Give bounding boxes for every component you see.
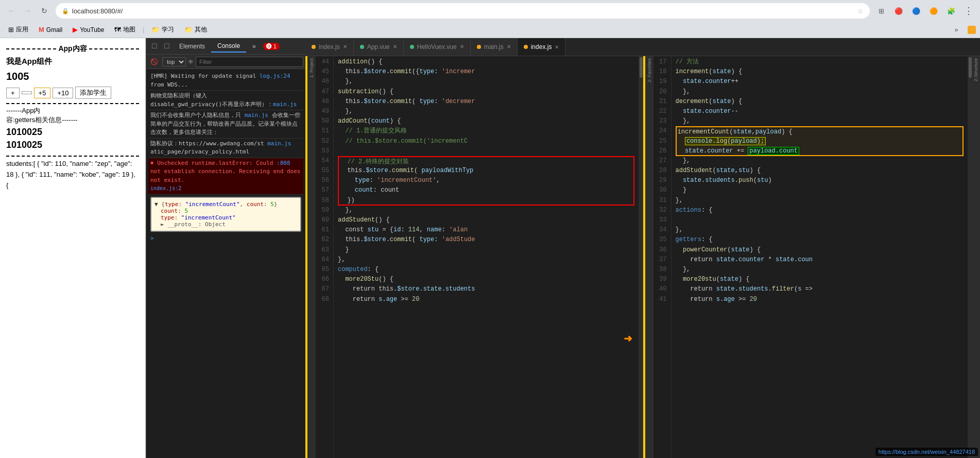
increment-btn[interactable]: + — [6, 88, 20, 98]
extensions-icon[interactable]: ⊞ — [874, 4, 888, 18]
tab-app-vue[interactable]: App.vue ✕ — [354, 38, 404, 56]
decrement-btn[interactable] — [22, 91, 32, 94]
star-icon[interactable]: ☆ — [857, 7, 864, 15]
console-clear-btn[interactable]: 🚫 — [148, 57, 160, 66]
left-code-content: addition() { this.$store.commit({type: '… — [334, 56, 639, 458]
console-msg-hmr: [HMR] Waiting for update signal log.js:2… — [148, 71, 303, 91]
sidebar-left: 1: Project — [307, 56, 316, 458]
other-icon: 📁 — [184, 26, 193, 33]
tab-hello-vuex-label: HelloVuex.vue — [417, 43, 457, 50]
console-msg-privacy1: 购物党隐私说明（键入disable_gwd_privacy()不再显示本声明）：… — [148, 91, 303, 110]
context-select[interactable]: top — [162, 57, 186, 66]
code-panels: 1: Project 4445464748 4950515253 5455565… — [305, 56, 980, 458]
students-text: students:[ { "id": 110, "name": "zep", "… — [6, 159, 139, 191]
bookmark-maps-label: 地图 — [123, 25, 135, 34]
add-student-btn[interactable]: 添加学生 — [75, 87, 111, 99]
tab-console[interactable]: Console — [211, 40, 246, 53]
bookmark-youtube[interactable]: ▶ YouTube — [68, 25, 108, 35]
address-bar[interactable]: 🔒 localhost:8080/#/ ☆ — [56, 3, 870, 19]
tab-close-icon2[interactable]: ✕ — [460, 44, 464, 49]
puzzle-icon[interactable]: 🧩 — [944, 4, 958, 18]
right-code-content: // 方法 increment(state) { state.counter++… — [672, 56, 968, 458]
console-eye-icon[interactable]: 👁 — [188, 59, 194, 65]
devtools-device-icon[interactable]: ☐ — [161, 40, 173, 52]
add5-btn[interactable]: +5 — [34, 88, 51, 98]
left-scrollbar[interactable] — [639, 56, 643, 458]
console-object[interactable]: ▼ {type: "incrementCount", count: 5} cou… — [150, 197, 301, 232]
hmr-file-link[interactable]: log.js:24 — [260, 73, 290, 79]
tab-close-icon[interactable]: ✕ — [343, 44, 347, 49]
console-msg-privacy3: 隐私协议：https://www.gwdang.com/st main.js a… — [148, 139, 303, 158]
bookmark-gmail[interactable]: M Gmail — [35, 25, 66, 35]
lock-icon: 🔒 — [62, 8, 69, 14]
console-log-highlight: console.log(payload); — [685, 137, 766, 145]
project-label[interactable]: 1: Project — [308, 56, 315, 80]
profile-icon[interactable]: 🔴 — [891, 4, 906, 18]
object-summary: ▼ {type: "incrementCount", count: 5} — [154, 201, 297, 208]
favorites-label[interactable]: 2: Favorites — [646, 56, 653, 84]
counter-display: 1005 — [6, 71, 139, 82]
console-arrow: > — [148, 234, 303, 243]
left-code-panel: 1: Project 4445464748 4950515253 5455565… — [305, 56, 643, 458]
add10-btn[interactable]: +10 — [53, 88, 73, 98]
right-scrollbar[interactable] — [968, 56, 972, 458]
prop-count-val: 5 — [184, 208, 188, 214]
app-component-label: 我是App组件 — [6, 57, 139, 66]
right-code-panel: 2: Favorites 1718192021 2223242526 27282… — [643, 56, 981, 458]
tab-index-js-2[interactable]: index.js ✕ — [518, 38, 566, 56]
bookmark-study[interactable]: 📁 学习 — [147, 24, 178, 35]
account-icon[interactable]: 🟠 — [926, 4, 941, 18]
tab-more[interactable]: » — [246, 41, 262, 52]
tab-close-icon3[interactable]: ✕ — [507, 44, 511, 49]
apps-icon: ⊞ — [8, 26, 14, 33]
back-button[interactable]: ← — [4, 4, 19, 18]
cast-icon[interactable]: 🔵 — [909, 4, 923, 18]
value2: 1010025 — [6, 140, 139, 150]
js-dot-icon3 — [524, 45, 528, 49]
proto-expand[interactable]: ► — [161, 221, 164, 228]
study-icon: 📁 — [151, 26, 160, 33]
prop-type-key: type — [161, 214, 175, 221]
z-structure-sidebar: Z-Structure — [972, 56, 980, 458]
bookmark-other-label: 其他 — [195, 25, 207, 34]
sidebar-right: 2: Favorites — [645, 56, 654, 458]
reload-button[interactable]: ↻ — [37, 4, 51, 18]
tab-close-icon[interactable]: ✕ — [393, 44, 397, 49]
bookmarks-bar: ⊞ 应用 M Gmail ▶ YouTube 🗺 地图 | 📁 学习 📁 其他 … — [0, 22, 980, 38]
prop-type-val: "incrementCount" — [181, 214, 236, 221]
getters-label: -------App内容:getters相关信息------- — [6, 106, 139, 125]
bookmark-separator: | — [143, 26, 144, 33]
proto-label: __proto__ — [167, 221, 198, 228]
payload-count-highlight: payload.count — [748, 147, 799, 155]
tab-close-icon4[interactable]: ✕ — [555, 44, 559, 50]
right-line-numbers: 1718192021 2223242526 2728293031 3233343… — [654, 56, 672, 458]
tab-main-js[interactable]: main.js ✕ — [471, 38, 518, 56]
console-msg-privacy2: 我们不会收集用户个人隐私信息，只 main.js 会收集一些简单的产品交互行为，… — [148, 110, 303, 139]
youtube-icon: ▶ — [73, 26, 78, 33]
menu-icon[interactable]: ⋮ — [961, 4, 976, 18]
js-dot-icon2 — [477, 45, 481, 49]
prop-count-key: count — [161, 208, 178, 214]
watermark-link[interactable]: https://blog.csdn.net/weixin_44827418 — [875, 448, 978, 456]
left-line-numbers: 4445464748 4950515253 5455565758 5960616… — [316, 56, 334, 458]
bookmark-apps-label: 应用 — [16, 25, 28, 34]
nav-buttons: ← → ↻ — [4, 4, 51, 18]
vue-dot-icon2 — [410, 45, 414, 49]
bookmark-other[interactable]: 📁 其他 — [180, 24, 211, 35]
z-structure-label[interactable]: Z-Structure — [972, 56, 979, 83]
privacy-file-link[interactable]: main.js — [273, 101, 297, 108]
devtools-inspector-icon[interactable]: ☐ — [148, 40, 161, 52]
tab-elements[interactable]: Elements — [173, 41, 211, 52]
value1: 1010025 — [6, 127, 139, 138]
js-dot-icon — [312, 45, 316, 49]
bookmark-maps[interactable]: 🗺 地图 — [110, 24, 140, 35]
app-preview-panel: App内容 我是App组件 1005 + +5 +10 添加学生 -------… — [0, 38, 146, 458]
tab-index-js-1[interactable]: index.js ✕ — [305, 38, 354, 56]
browser-titlebar: ← → ↻ 🔒 localhost:8080/#/ ☆ ⊞ 🔴 🔵 🟠 🧩 ⋮ — [0, 0, 980, 22]
forward-button[interactable]: → — [21, 4, 35, 18]
vue-dot-icon — [360, 45, 364, 49]
console-filter-input[interactable] — [196, 57, 303, 67]
tab-hello-vuex[interactable]: HelloVuex.vue ✕ — [404, 38, 471, 56]
bookmark-apps[interactable]: ⊞ 应用 — [4, 24, 32, 35]
more-bookmarks-icon[interactable]: » — [949, 23, 964, 37]
